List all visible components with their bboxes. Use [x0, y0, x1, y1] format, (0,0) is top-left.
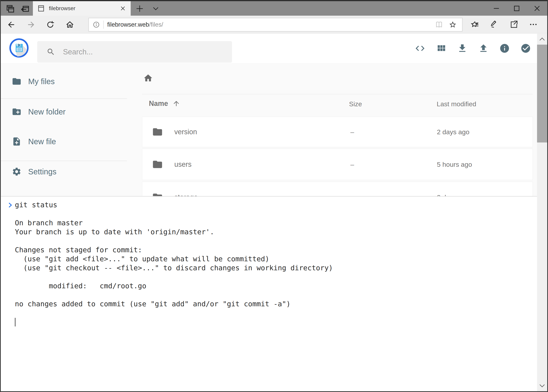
tab-favicon-document-icon	[38, 5, 44, 12]
sidebar-item-my-files[interactable]: My files	[12, 77, 55, 86]
back-button[interactable]	[7, 20, 16, 29]
folder-icon	[12, 77, 21, 86]
maximize-button[interactable]	[506, 1, 527, 16]
address-bar[interactable]: filebrowser.web/files/	[88, 18, 463, 32]
column-header-modified[interactable]: Last modified	[437, 100, 476, 108]
filebrowser-logo[interactable]	[9, 38, 28, 57]
home-icon	[65, 20, 74, 29]
search-icon	[47, 48, 55, 56]
select-check-circle-icon[interactable]	[520, 43, 531, 54]
app-header-actions	[415, 34, 531, 63]
url-text: filebrowser.web/files/	[107, 21, 163, 28]
terminal-panel[interactable]: git status On branch master Your branch …	[1, 196, 537, 391]
terminal-prompt-icon	[8, 202, 13, 208]
maximize-icon	[514, 6, 520, 11]
url-path: /files/	[149, 21, 163, 28]
new-folder-icon	[12, 107, 21, 117]
filebrowser-app: My files New folder New file	[1, 34, 547, 197]
back-arrow-icon	[7, 20, 16, 29]
forward-button[interactable]	[27, 20, 36, 29]
tab-title: filebrowser	[49, 5, 75, 12]
window-controls	[486, 1, 547, 16]
sidebar-item-label: New file	[28, 137, 56, 146]
file-modified: 2 days ago	[437, 128, 469, 136]
file-size: –	[350, 128, 354, 136]
terminal-command: git status	[15, 201, 57, 209]
set-tabs-aside-button[interactable]	[20, 4, 30, 14]
breadcrumb-home-icon[interactable]	[143, 73, 153, 83]
app-header	[1, 34, 547, 63]
file-row-users[interactable]: users – 5 hours ago	[142, 149, 533, 180]
sidebar-item-label: New folder	[28, 107, 66, 116]
tab-list-button[interactable]	[152, 6, 160, 11]
sidebar-item-new-file[interactable]: New file	[12, 137, 56, 146]
refresh-icon	[46, 20, 55, 29]
ink-annotate-icon[interactable]	[490, 20, 499, 29]
floppy-disk-icon	[9, 38, 28, 57]
settings-gear-icon	[12, 167, 21, 176]
scrollbar-thumb[interactable]	[537, 45, 547, 142]
browser-scrollbar[interactable]	[537, 34, 547, 391]
share-icon[interactable]	[509, 20, 518, 29]
url-host: filebrowser.web	[107, 21, 149, 28]
reading-view-icon[interactable]	[435, 21, 443, 28]
minimize-icon	[493, 6, 499, 11]
home-button[interactable]	[65, 20, 74, 29]
tab-preview-button[interactable]	[5, 4, 15, 14]
file-modified: 5 hours ago	[437, 161, 472, 168]
file-name: users	[174, 160, 192, 168]
search-input[interactable]	[63, 48, 220, 56]
sort-ascending-icon	[172, 100, 180, 107]
new-file-icon	[12, 137, 21, 146]
grid-view-icon[interactable]	[436, 43, 446, 54]
sidebar-divider	[1, 98, 127, 99]
address-divider	[103, 21, 104, 29]
file-name: version	[174, 128, 197, 136]
upload-icon[interactable]	[478, 43, 489, 54]
sidebar-item-settings[interactable]: Settings	[12, 167, 56, 176]
browser-toolbar	[470, 16, 538, 33]
folder-icon	[152, 159, 163, 170]
column-header-name[interactable]: Name	[149, 99, 180, 108]
chevron-down-icon	[539, 384, 545, 388]
sidebar-item-new-folder[interactable]: New folder	[12, 107, 66, 117]
listing-divider	[142, 94, 533, 94]
column-header-size[interactable]: Size	[349, 100, 362, 108]
sidebar-divider	[1, 161, 127, 161]
chevron-down-icon	[152, 6, 160, 11]
new-tab-plus-icon	[135, 4, 144, 13]
forward-arrow-icon	[27, 20, 36, 29]
favorites-hub-icon[interactable]	[470, 20, 479, 29]
close-icon	[534, 6, 540, 11]
browser-tab[interactable]: filebrowser	[33, 1, 131, 16]
file-size: –	[350, 161, 354, 168]
more-options-icon[interactable]	[529, 20, 538, 29]
info-circle-icon[interactable]	[499, 43, 510, 54]
chevron-up-icon	[539, 37, 545, 41]
search-bar[interactable]	[37, 41, 232, 63]
code-raw-view-icon[interactable]	[415, 43, 425, 54]
file-row-version[interactable]: version – 2 days ago	[142, 117, 533, 147]
file-row-storage[interactable]: storage – 2 days ago	[142, 182, 533, 197]
browser-window: filebrowser	[0, 0, 548, 392]
scrollbar-up-button[interactable]	[537, 34, 547, 45]
folder-icon	[152, 126, 163, 137]
navigation-bar: filebrowser.web/files/	[1, 16, 547, 34]
terminal-command-line: git status	[1, 200, 537, 210]
terminal-output: On branch master Your branch is up to da…	[1, 210, 537, 308]
close-window-button[interactable]	[527, 1, 547, 16]
sidebar-item-label: My files	[28, 77, 55, 86]
set-tabs-aside-icon	[20, 4, 30, 14]
refresh-button[interactable]	[46, 20, 55, 29]
tab-preview-icon	[6, 4, 15, 14]
titlebar: filebrowser	[1, 0, 547, 16]
terminal-cursor	[15, 318, 15, 326]
download-icon[interactable]	[457, 43, 468, 54]
sidebar-item-label: Settings	[28, 167, 56, 176]
scrollbar-down-button[interactable]	[537, 380, 547, 391]
add-favorite-star-icon[interactable]	[449, 21, 457, 28]
minimize-button[interactable]	[486, 1, 506, 16]
site-info-icon[interactable]	[93, 21, 100, 28]
tab-close-icon[interactable]	[120, 6, 126, 11]
new-tab-button[interactable]	[135, 4, 144, 13]
